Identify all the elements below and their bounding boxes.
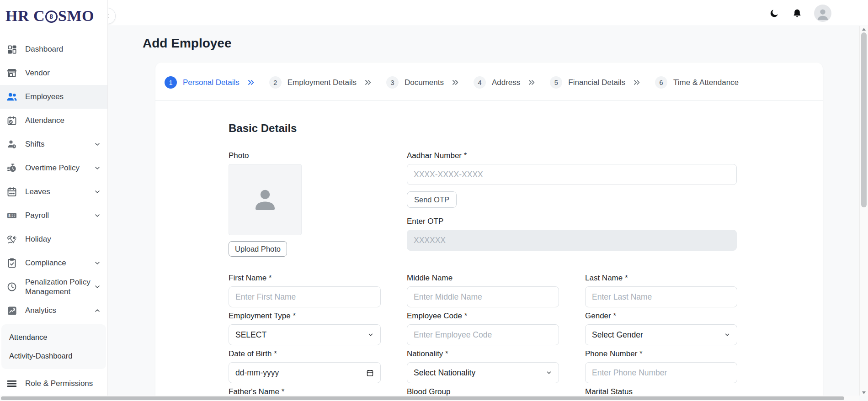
sidebar-item-attendance[interactable]: Attendance: [0, 109, 107, 132]
sidebar-item-label: Payroll: [25, 211, 94, 220]
beach-icon: [6, 233, 18, 245]
step-financial-details[interactable]: 5 Financial Details: [550, 76, 641, 89]
chevron-down-icon: [94, 141, 101, 148]
sidebar-item-label: Overtime Policy: [25, 163, 94, 173]
otp-label: Enter OTP: [407, 217, 737, 226]
submenu-item-activity-dashboard[interactable]: Activity-Dashboard: [1, 347, 106, 365]
middle-name-input[interactable]: [407, 286, 559, 307]
vertical-scrollbar-thumb[interactable]: [861, 32, 867, 207]
storefront-icon: [6, 67, 18, 79]
analytics-submenu: Attendance Activity-Dashboard: [1, 324, 106, 369]
sidebar-item-penalization-policy[interactable]: Penalization Policy Management: [0, 275, 107, 299]
step-number-badge: 3: [386, 76, 399, 89]
menu-icon: [6, 378, 18, 390]
sidebar-item-analytics[interactable]: Analytics: [0, 299, 107, 322]
clipboard-check-icon: [6, 257, 18, 269]
main-content: Add Employee 1 Personal Details 2 Employ…: [108, 26, 859, 396]
person-icon: [249, 183, 282, 216]
sidebar-item-label: Dashboard: [25, 44, 101, 54]
bell-icon: [792, 8, 802, 18]
sidebar-item-overtime-policy[interactable]: Overtime Policy: [0, 156, 107, 180]
send-otp-button[interactable]: Send OTP: [407, 191, 457, 208]
brand-text-left: HR C: [5, 7, 45, 25]
sidebar: HR C8SMO Dashboard Vendor Employees At: [0, 0, 108, 396]
sidebar-item-label: Holiday: [25, 234, 101, 244]
horizontal-scrollbar[interactable]: [0, 396, 859, 401]
gender-select[interactable]: Select Gender: [585, 324, 737, 345]
employment-type-select[interactable]: SELECT: [229, 324, 381, 345]
vertical-scrollbar[interactable]: [859, 26, 868, 396]
aadhar-input[interactable]: [407, 164, 737, 185]
chevron-down-icon: [94, 188, 101, 195]
page-title: Add Employee: [143, 36, 859, 51]
chevron-down-icon: [367, 332, 374, 338]
sidebar-item-label: Attendance: [25, 116, 101, 125]
step-number-badge: 4: [474, 76, 486, 89]
brand-o-icon: 8: [45, 11, 58, 23]
date-of-birth-input[interactable]: dd-mm-yyyy: [229, 362, 381, 383]
theme-toggle-button[interactable]: [768, 7, 780, 19]
sidebar-item-label: Shifts: [25, 139, 94, 149]
chevron-down-icon: [546, 369, 552, 376]
sidebar-item-employees[interactable]: Employees: [0, 85, 107, 109]
calendar-icon: [366, 369, 374, 377]
scroll-down-arrow-icon[interactable]: [862, 391, 866, 394]
first-name-input[interactable]: [229, 286, 381, 307]
topbar-actions: [768, 0, 831, 26]
sidebar-item-role-permissions[interactable]: Role & Permissions: [0, 372, 107, 396]
sidebar-item-label: Leaves: [25, 187, 94, 196]
aadhar-label: Aadhar Number *: [407, 151, 737, 160]
sidebar-item-label: Role & Permissions: [25, 379, 101, 388]
sidebar-item-label: Penalization Policy Management: [25, 277, 94, 297]
upload-photo-button[interactable]: Upload Photo: [229, 241, 287, 257]
scroll-up-arrow-icon[interactable]: [862, 28, 866, 31]
section-title: Basic Details: [229, 122, 750, 135]
sidebar-item-payroll[interactable]: $ Payroll: [0, 204, 107, 227]
employee-code-input[interactable]: [407, 324, 559, 345]
people-icon: [6, 91, 18, 103]
notifications-button[interactable]: [791, 7, 803, 19]
sidebar-item-leaves[interactable]: Leaves: [0, 180, 107, 204]
otp-input[interactable]: [407, 230, 737, 251]
moon-icon: [769, 8, 779, 18]
calendar-icon: [6, 186, 18, 198]
dashboard-icon: [6, 43, 18, 55]
sidebar-item-compliance[interactable]: Compliance: [0, 251, 107, 275]
clock-icon: [6, 281, 18, 293]
double-chevron-right-icon: [247, 78, 256, 87]
step-time-attendance[interactable]: 6 Time & Attendance: [655, 76, 739, 89]
double-chevron-right-icon: [527, 78, 536, 87]
chevron-down-icon: [94, 212, 101, 219]
step-personal-details[interactable]: 1 Personal Details: [165, 76, 256, 89]
chevron-down-icon: [94, 164, 101, 172]
topbar: [108, 0, 868, 26]
horizontal-scrollbar-thumb[interactable]: [1, 396, 844, 400]
submenu-item-attendance[interactable]: Attendance: [1, 328, 106, 347]
person-clock-icon: [6, 138, 18, 150]
chevron-down-icon: [94, 283, 101, 290]
nationality-select[interactable]: Select Nationality: [407, 362, 559, 383]
step-number-badge: 5: [550, 76, 562, 89]
photo-label: Photo: [229, 151, 381, 160]
sidebar-item-holiday[interactable]: Holiday: [0, 227, 107, 251]
sidebar-item-vendor[interactable]: Vendor: [0, 61, 107, 85]
step-address[interactable]: 4 Address: [474, 76, 536, 89]
double-chevron-right-icon: [364, 78, 373, 87]
step-documents[interactable]: 3 Documents: [386, 76, 460, 89]
phone-number-input[interactable]: [585, 362, 737, 383]
step-number-badge: 6: [655, 76, 667, 89]
fields-grid: First Name * Middle Name Last Name * Emp…: [229, 274, 750, 396]
step-employment-details[interactable]: 2 Employment Details: [269, 76, 373, 89]
basic-details-section: Basic Details Photo Upload Photo Aadhar …: [155, 101, 750, 396]
chart-icon: [6, 305, 18, 317]
user-avatar[interactable]: [814, 5, 831, 22]
step-number-badge: 2: [269, 76, 282, 89]
brand-logo: HR C8SMO: [0, 0, 107, 27]
sidebar-item-dashboard[interactable]: Dashboard: [0, 37, 107, 61]
last-name-input[interactable]: [585, 286, 737, 307]
sidebar-item-shifts[interactable]: Shifts: [0, 132, 107, 156]
double-chevron-right-icon: [633, 78, 641, 87]
add-employee-card: 1 Personal Details 2 Employment Details …: [155, 63, 823, 396]
chevron-up-icon: [94, 307, 101, 314]
calendar-clock-icon: [6, 115, 18, 127]
